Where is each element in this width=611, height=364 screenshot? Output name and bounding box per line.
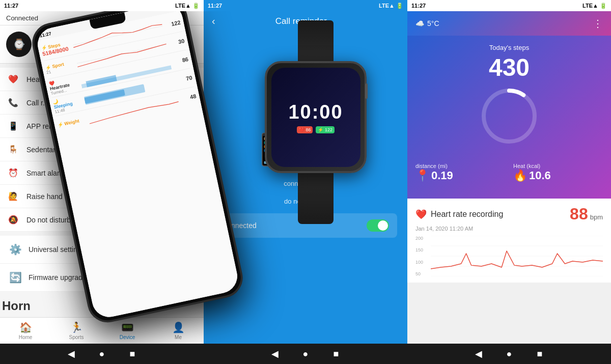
device-mac: MAC: 7... <box>38 41 63 48</box>
back-nav-button-middle[interactable]: ◀ <box>267 346 283 361</box>
call-dots: ··· <box>296 142 306 156</box>
nav-sports-left[interactable]: 🏃 Sports <box>51 318 102 344</box>
nav-me-left[interactable]: 👤 Me <box>153 318 204 344</box>
time-left: 11:27 <box>4 3 18 9</box>
connected-text: Connected <box>6 14 38 22</box>
menu-label-app: APP remind... <box>26 122 70 130</box>
right-panel: ☁️ 5°C ⋮ Today's steps 430 distance ( <box>407 11 611 344</box>
menu-item-sedentary[interactable]: 🪑 Sedentary reminder <box>0 138 204 161</box>
svg-point-0 <box>484 91 535 142</box>
heart-icon: ❤️ <box>8 74 20 84</box>
connected-to-desc: connected to... <box>284 180 327 187</box>
stats-row: distance (mi) 📍 0.19 Heat (kcal) 🔥 10.6 <box>407 159 611 190</box>
toggle-switch[interactable] <box>367 219 389 232</box>
steps-card: Today's steps 430 <box>407 36 611 159</box>
home-nav-button-left[interactable]: ● <box>94 346 109 361</box>
settings-section: ⚙️ Universal settings › 🔄 Firmware upgra… <box>0 236 204 292</box>
signal-right: LTE▲ 🔋 <box>582 3 607 9</box>
me-icon-left: 👤 <box>172 321 185 333</box>
bottom-nav-left: ◀ ● ■ <box>64 346 140 361</box>
heart-icon-right: ❤️ <box>415 209 427 220</box>
home-nav-button-right[interactable]: ● <box>502 346 517 361</box>
recent-nav-button-middle[interactable]: ■ <box>328 346 344 361</box>
signal-left: LTE▲ 🔋 <box>175 3 200 9</box>
status-bar-right: 11:27 LTE▲ 🔋 <box>407 0 611 11</box>
menu-label-heart: Hea... <box>26 75 45 83</box>
chart-svg-area <box>431 236 603 276</box>
nav-device-left[interactable]: 📟 Device <box>102 318 153 344</box>
weather-info: ☁️ 5°C <box>415 19 439 27</box>
recent-nav-button-left[interactable]: ■ <box>125 346 140 361</box>
home-nav-button-middle[interactable]: ● <box>298 346 313 361</box>
toggle-label: Connected <box>222 221 257 230</box>
chart-y-labels: 200 150 100 50 <box>415 236 430 276</box>
call-dots-2: ··· <box>349 142 359 156</box>
left-panel: Connected ⌚ XB05-T MAC: 7... Batt... ❤️ … <box>0 11 204 344</box>
back-button[interactable]: ‹ <box>212 15 215 27</box>
device-icon: ⌚ <box>6 32 32 57</box>
sedentary-icon: 🪑 <box>8 145 20 154</box>
chart-label-150: 150 <box>415 247 430 253</box>
heart-bpm-value: 88 <box>570 205 588 223</box>
nav-sports-label-left: Sports <box>69 334 84 340</box>
home-icon-left: 🏠 <box>19 321 32 333</box>
firmware-label: Firmware upgrade <box>29 273 87 282</box>
back-nav-button-left[interactable]: ◀ <box>64 346 79 361</box>
heat-stat: Heat (kcal) 🔥 10.6 <box>513 163 603 182</box>
toggle-row: Connected <box>214 213 397 238</box>
device-card[interactable]: ⌚ XB05-T MAC: 7... Batt... <box>0 25 204 64</box>
app-icon: 📱 <box>8 121 20 131</box>
heart-bpm-unit: bpm <box>590 213 603 221</box>
left-app-nav: 🏠 Home 🏃 Sports 📟 Device 👤 Me <box>0 317 204 344</box>
nav-home-left[interactable]: 🏠 Home <box>0 318 51 344</box>
smartphone-icon: 📱 <box>252 131 290 167</box>
connected-status: Connected <box>0 11 204 25</box>
steps-ring-svg <box>479 86 540 147</box>
back-nav-button-right[interactable]: ◀ <box>471 346 486 361</box>
menu-item-raise[interactable]: 🙋 Raise hand to activate display <box>0 185 204 208</box>
menu-label-alarm: Smart alarm clock <box>26 169 84 177</box>
heart-rate-svg <box>431 236 603 276</box>
cloud-icon: ☁️ <box>415 19 424 27</box>
steps-label: Today's steps <box>415 44 603 51</box>
device-name: XB05-T <box>38 33 63 41</box>
settings-arrow-icon: › <box>193 245 196 254</box>
chart-label-50: 50 <box>415 271 430 276</box>
nav-me-label-left: Me <box>175 334 182 340</box>
alarm-icon: ⏰ <box>8 168 20 178</box>
menu-label-disturb: Do not disturb <box>26 216 71 224</box>
weather-row: ☁️ 5°C ⋮ <box>407 11 611 36</box>
time-middle: 11:27 <box>208 3 222 9</box>
firmware-upgrade-item[interactable]: 🔄 Firmware upgrade › <box>0 264 204 292</box>
device-battery: Batt... <box>38 48 63 55</box>
heart-rate-chart: 200 150 100 50 <box>415 236 603 276</box>
steps-count: 430 <box>415 53 603 81</box>
menu-item-alarm[interactable]: ⏰ Smart alarm clock <box>0 161 204 185</box>
chart-label-100: 100 <box>415 260 430 265</box>
menu-label-raise: Raise hand to activate display <box>26 192 121 201</box>
menu-item-app[interactable]: 📱 APP remind... <box>0 115 204 138</box>
universal-settings-item[interactable]: ⚙️ Universal settings › <box>0 236 204 264</box>
temperature: 5°C <box>427 19 439 27</box>
universal-settings-label: Universal settings <box>29 245 85 254</box>
menu-label-call: Call r... <box>26 99 49 107</box>
call-icons: 📱 ··· 📞 ··· <box>252 131 359 167</box>
menu-item-disturb[interactable]: 🔕 Do not disturb <box>0 208 204 232</box>
firmware-icon: 🔄 <box>8 271 22 284</box>
menu-dots-icon[interactable]: ⋮ <box>593 17 603 30</box>
menu-label-sedentary: Sedentary reminder <box>26 146 89 154</box>
menu-list: ❤️ Hea... 📞 Call r... 📱 APP remind... 🪑 … <box>0 68 204 232</box>
signal-middle: LTE▲ 🔋 <box>379 3 403 9</box>
steps-ring <box>415 86 603 147</box>
sports-icon-left: 🏃 <box>70 321 83 333</box>
bottom-nav-bar: ◀ ● ■ ◀ ● ■ ◀ ● ■ <box>0 344 611 364</box>
menu-item-heart[interactable]: ❤️ Hea... <box>0 68 204 91</box>
horn-text: Horn <box>2 299 31 313</box>
settings-gear-icon: ⚙️ <box>8 243 22 256</box>
heart-rate-title: Heart rate recording <box>431 210 503 219</box>
recent-nav-button-right[interactable]: ■ <box>532 346 547 361</box>
middle-panel: ‹ Call reminder 📱 ··· 📞 ··· connected to… <box>204 11 407 344</box>
call-reminder-title: Call reminder <box>215 16 387 26</box>
menu-item-call[interactable]: 📞 Call r... <box>0 91 204 115</box>
time-right: 11:27 <box>411 3 426 9</box>
